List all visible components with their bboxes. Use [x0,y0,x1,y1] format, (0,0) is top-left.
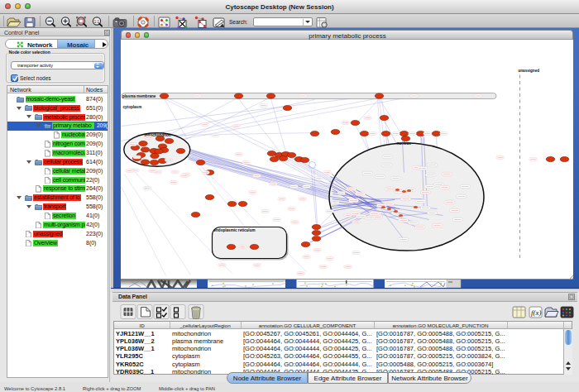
svg-text:f(x): f(x) [531,308,542,317]
svg-text:cytoplasm: cytoplasm [122,105,141,109]
svg-text:nucleus: nucleus [396,141,411,145]
svg-text:unassigned: unassigned [518,68,539,72]
svg-text:1:1: 1:1 [94,20,100,24]
svg-text:plasma membrane: plasma membrane [122,94,156,98]
svg-text:endoplasmic reticulum: endoplasmic reticulum [213,228,255,232]
